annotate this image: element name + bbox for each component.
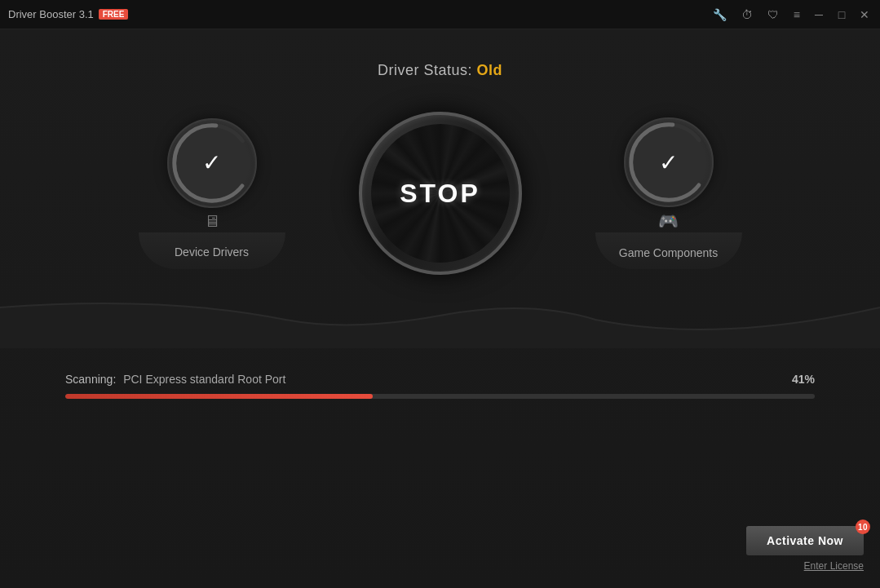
history-icon[interactable]: ⏱ [738,7,756,23]
game-components-gauge: ✓ 🎮 Game Components [587,117,750,269]
close-button[interactable]: ✕ [857,7,872,22]
driver-status-label: Driver Status: [378,62,472,78]
device-drivers-label: Device Drivers [175,245,249,259]
stop-button[interactable]: STOP [359,112,522,275]
scanning-prefix: Scanning: [65,373,116,386]
settings-icon[interactable]: 🔧 [710,7,730,23]
minimize-button[interactable]: ─ [811,7,826,22]
game-components-check: ✓ [659,149,678,176]
main-content: Driver Status: Old ✓ 🖥 Device Drivers [0,29,880,588]
gauges-area: ✓ 🖥 Device Drivers STOP [0,112,880,275]
stop-label: STOP [400,179,480,209]
scanning-status: Scanning: PCI Express standard Root Port… [65,373,815,386]
wave-divider [0,291,880,348]
stop-button-area: STOP [359,112,522,275]
gamepad-icon: 🎮 [658,211,679,231]
free-badge: FREE [99,9,129,20]
menu-icon[interactable]: ≡ [790,7,803,23]
activate-button[interactable]: Activate Now 10 [746,526,864,555]
notification-badge: 10 [856,519,870,534]
window-controls: 🔧 ⏱ 🛡 ≡ ─ □ ✕ [710,7,872,23]
maximize-button[interactable]: □ [834,7,849,22]
scanning-item: PCI Express standard Root Port [123,373,285,386]
scanning-percent: 41% [792,373,815,386]
game-components-dial: ✓ [624,117,714,207]
progress-bar-background [65,394,815,399]
game-components-label: Game Components [619,246,718,259]
activate-label: Activate Now [767,534,843,547]
enter-license-link[interactable]: Enter License [804,560,864,572]
device-drivers-dial: ✓ [167,118,257,208]
app-title: Driver Booster 3.1 [8,8,94,20]
driver-status-value: Old [477,62,503,78]
bottom-actions: Activate Now 10 Enter License [746,526,864,572]
device-drivers-gauge: ✓ 🖥 Device Drivers [130,118,294,269]
scanning-area: Scanning: PCI Express standard Root Port… [0,356,880,415]
progress-bar-fill [65,394,373,399]
scanning-info: Scanning: PCI Express standard Root Port [65,373,285,386]
device-drivers-check: ✓ [202,149,221,176]
stop-button-inner: STOP [371,124,510,263]
title-bar: Driver Booster 3.1 FREE 🔧 ⏱ 🛡 ≡ ─ □ ✕ [0,0,880,29]
monitor-icon: 🖥 [204,212,220,231]
driver-status: Driver Status: Old [378,62,502,79]
help-icon[interactable]: 🛡 [764,7,782,23]
